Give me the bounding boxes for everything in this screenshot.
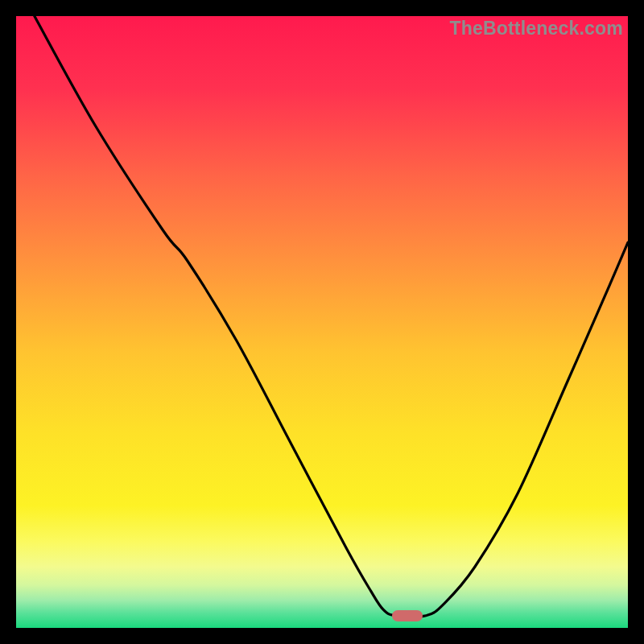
watermark-text: TheBottleneck.com (449, 18, 623, 39)
bottleneck-curve (16, 16, 628, 628)
optimum-marker (392, 610, 423, 621)
curve-path (35, 16, 628, 617)
plot-area: TheBottleneck.com (16, 16, 628, 628)
